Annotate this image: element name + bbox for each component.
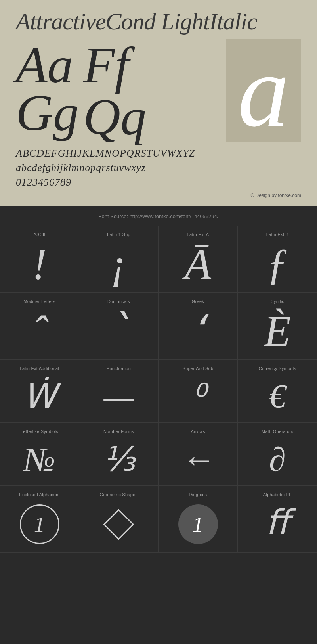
- alphabet-section: ABCDEFGHIJKLMNOPQRSTUVWXYZ abcdefghijklm…: [16, 146, 301, 190]
- glyph-label: Latin 1 Sup: [107, 232, 130, 237]
- glyph-char: ∂: [269, 439, 286, 479]
- glyph-cell: Super And Sub⁰: [158, 360, 238, 423]
- glyph-char: Ā: [185, 242, 211, 286]
- glyph-char: 1: [20, 502, 59, 546]
- glyph-cell: Latin 1 Sup¡: [79, 226, 158, 293]
- glyph-cell: Number Forms⅓: [79, 423, 158, 486]
- glyph-char: €: [269, 376, 286, 416]
- glyph-cell: Dingbats1: [158, 486, 238, 553]
- copyright-text: © Design by fontke.com: [16, 193, 301, 198]
- glyph-char: 1: [178, 502, 218, 546]
- glyph-char: [108, 502, 130, 546]
- char-ff: Ff: [83, 39, 147, 91]
- glyph-label: Alphabetic PF: [263, 492, 292, 497]
- glyph-cell: Geometric Shapes: [79, 486, 158, 553]
- glyph-char: —: [104, 376, 134, 416]
- glyph-label: Number Forms: [103, 429, 134, 434]
- glyph-label: Currency Symbols: [259, 366, 296, 371]
- glyph-label: Latin Ext B: [266, 232, 289, 237]
- glyph-label: Math Operators: [262, 429, 294, 434]
- font-source: Font Source: http://www.fontke.com/font/…: [0, 210, 317, 226]
- font-title: AttractiveCond LightItalic: [16, 8, 301, 35]
- glyph-label: Enclosed Alphanum: [19, 492, 59, 497]
- glyph-cell: Enclosed Alphanum1: [0, 486, 79, 553]
- glyph-cell: Latin Ext AĀ: [158, 226, 238, 293]
- glyph-cell: ASCII!: [0, 226, 79, 293]
- glyph-char: !: [32, 242, 47, 286]
- lowercase-line: abcdefghijklmnopqrstuvwxyz: [16, 161, 301, 175]
- glyph-grid: ASCII!Latin 1 Sup¡Latin Ext AĀLatin Ext …: [0, 226, 317, 553]
- dark-section: Font Source: http://www.fontke.com/font/…: [0, 206, 317, 557]
- glyph-char: ﬀ: [266, 502, 289, 542]
- glyph-cell: Currency Symbols€: [238, 360, 317, 423]
- digits-line: 0123456789: [16, 175, 301, 190]
- uppercase-line: ABCDEFGHIJKLMNOPQRSTUVWXYZ: [16, 146, 301, 161]
- glyph-char: ¡: [110, 242, 127, 286]
- glyph-label: Latin Ext A: [187, 232, 209, 237]
- glyph-cell: Latin Ext Bƒ: [238, 226, 317, 293]
- glyph-label: ASCII: [33, 232, 45, 237]
- glyph-char: ⅓: [103, 439, 135, 479]
- glyph-label: Dingbats: [189, 492, 207, 497]
- char-qq: Qq: [83, 91, 147, 142]
- glyph-cell: Letterlike Symbols№: [0, 423, 79, 486]
- char-aa: Aa: [16, 39, 79, 91]
- glyph-char: ˋ: [108, 309, 130, 353]
- glyph-label: Geometric Shapes: [100, 492, 138, 497]
- glyph-char: ←: [181, 439, 215, 479]
- glyph-label: Punctuation: [107, 366, 131, 371]
- glyph-cell: Math Operators∂: [238, 423, 317, 486]
- glyph-label: Diacriticals: [107, 299, 130, 304]
- glyph-char: È: [264, 309, 290, 353]
- glyph-cell: Alphabetic PFﬀ: [238, 486, 317, 553]
- glyph-cell: Arrows←: [158, 423, 238, 486]
- glyph-cell: Modifier Lettersˆ: [0, 293, 79, 360]
- glyph-char: №: [23, 439, 55, 479]
- glyph-label: Modifier Letters: [23, 299, 55, 304]
- glyph-cell: Punctuation—: [79, 360, 158, 423]
- glyph-cell: Greekʻ: [158, 293, 238, 360]
- glyph-cell: Diacriticalsˋ: [79, 293, 158, 360]
- large-a-box: a: [226, 39, 301, 142]
- glyph-char: ƒ: [267, 242, 288, 286]
- glyph-label: Arrows: [191, 429, 205, 434]
- glyph-char: Ẇ: [23, 376, 56, 416]
- glyph-label: Latin Ext Additional: [20, 366, 59, 371]
- glyph-cell: Latin Ext AdditionalẆ: [0, 360, 79, 423]
- large-a-char: a: [238, 39, 289, 142]
- char-gg: Gg: [16, 87, 79, 138]
- glyph-char: ʻ: [191, 309, 205, 353]
- glyph-cell: CyrillicÈ: [238, 293, 317, 360]
- glyph-label: Cyrillic: [271, 299, 285, 304]
- font-showcase: AttractiveCond LightItalic Aa Gg Ff Qq a…: [0, 0, 317, 206]
- glyph-label: Letterlike Symbols: [21, 429, 58, 434]
- glyph-char: ⁰: [191, 376, 205, 416]
- glyph-label: Super And Sub: [183, 366, 214, 371]
- glyph-char: ˆ: [32, 309, 47, 353]
- glyph-label: Greek: [192, 299, 204, 304]
